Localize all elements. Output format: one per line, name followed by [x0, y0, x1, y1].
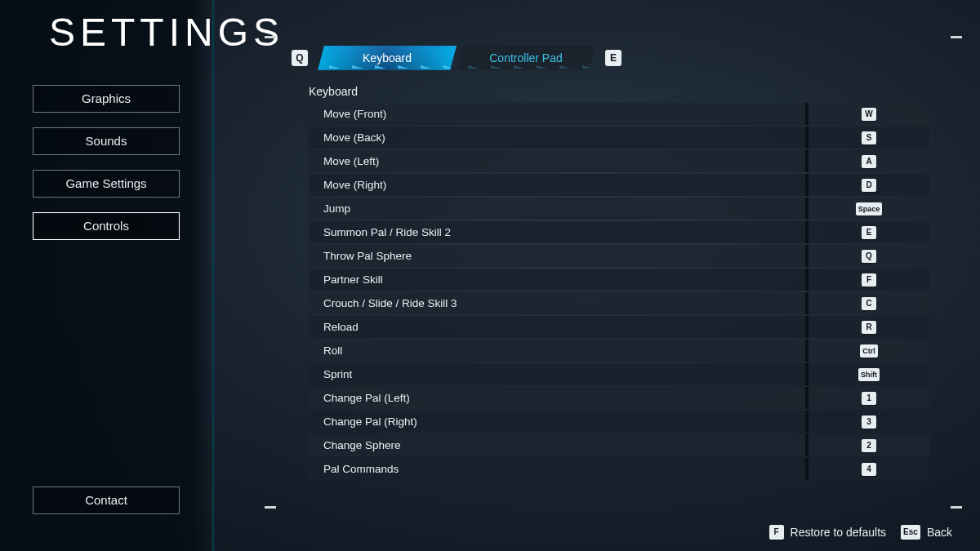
keycap-icon: R [862, 321, 876, 334]
section-title: Keyboard [309, 85, 358, 98]
binding-key-cell[interactable]: F [808, 269, 929, 291]
binding-row[interactable]: Change Pal (Right)3 [309, 411, 929, 433]
binding-row[interactable]: Crouch / Slide / Ride Skill 3C [309, 292, 929, 314]
binding-key-cell[interactable]: C [808, 292, 929, 314]
binding-row[interactable]: Throw Pal SphereQ [309, 245, 929, 267]
sidebar-glow [212, 0, 216, 551]
keycap-icon: S [862, 131, 876, 144]
back-button[interactable]: Esc Back [901, 525, 952, 540]
binding-action-label: Change Pal (Left) [309, 387, 808, 409]
contact-button[interactable]: Contact [33, 487, 180, 514]
sidebar-item-game-settings[interactable]: Game Settings [33, 170, 180, 198]
sidebar-item-controls[interactable]: Controls [33, 212, 180, 240]
keycap-icon: 1 [862, 392, 876, 405]
binding-key-cell[interactable]: S [808, 127, 929, 149]
dash-bottom-left [265, 506, 276, 509]
restore-label: Restore to defaults [791, 526, 887, 539]
sidebar-item-sounds[interactable]: Sounds [33, 127, 180, 155]
binding-row[interactable]: Move (Back)S [309, 127, 929, 149]
binding-key-cell[interactable]: Ctrl [808, 340, 929, 362]
binding-row[interactable]: Change Pal (Left)1 [309, 387, 929, 409]
binding-key-cell[interactable]: W [808, 103, 929, 125]
binding-row[interactable]: Move (Right)D [309, 174, 929, 196]
bindings-list: Move (Front)WMove (Back)SMove (Left)AMov… [309, 103, 929, 482]
back-label: Back [927, 526, 952, 539]
binding-action-label: Change Pal (Right) [309, 411, 808, 433]
binding-key-cell[interactable]: 2 [808, 434, 929, 456]
binding-row[interactable]: Change Sphere2 [309, 434, 929, 456]
binding-key-cell[interactable]: R [808, 316, 929, 338]
keycap-icon: F [862, 273, 876, 287]
binding-key-cell[interactable]: Shift [808, 363, 929, 385]
binding-action-label: Change Sphere [309, 434, 808, 456]
dash-bottom-right [951, 506, 962, 509]
restore-defaults-button[interactable]: F Restore to defaults [769, 525, 887, 540]
binding-action-label: Jump [309, 198, 808, 220]
binding-action-label: Move (Front) [309, 103, 808, 125]
restore-key-icon: F [769, 525, 784, 540]
keycap-icon: Q [862, 250, 876, 263]
binding-action-label: Partner Skill [309, 269, 808, 291]
binding-row[interactable]: Pal Commands4 [309, 458, 929, 480]
binding-key-cell[interactable]: A [808, 150, 929, 172]
binding-row[interactable]: Partner SkillF [309, 269, 929, 291]
keycap-icon: A [862, 155, 876, 168]
binding-action-label: Crouch / Slide / Ride Skill 3 [309, 292, 808, 314]
tabs: Q KeyboardController Pad E [282, 46, 631, 70]
tab-label: Controller Pad [489, 51, 563, 64]
binding-key-cell[interactable]: 1 [808, 387, 929, 409]
binding-action-label: Roll [309, 340, 808, 362]
footer: F Restore to defaults Esc Back [0, 525, 980, 540]
binding-row[interactable]: Move (Left)A [309, 150, 929, 172]
binding-row[interactable]: SprintShift [309, 363, 929, 385]
binding-row[interactable]: Move (Front)W [309, 103, 929, 125]
binding-action-label: Sprint [309, 363, 808, 385]
keycap-icon: D [862, 179, 876, 192]
keycap-icon: W [862, 108, 876, 121]
binding-action-label: Move (Back) [309, 127, 808, 149]
sidebar [0, 0, 214, 551]
keycap-icon: Shift [858, 368, 880, 381]
keycap-icon: Ctrl [860, 344, 878, 358]
binding-row[interactable]: ReloadR [309, 316, 929, 338]
tab-label: Keyboard [363, 51, 412, 64]
keycap-icon: E [862, 226, 876, 239]
page-title: SETTINGS [49, 10, 284, 55]
binding-key-cell[interactable]: 4 [808, 458, 929, 480]
binding-action-label: Summon Pal / Ride Skill 2 [309, 221, 808, 243]
binding-row[interactable]: Summon Pal / Ride Skill 2E [309, 221, 929, 243]
tab-keyboard[interactable]: Keyboard [318, 46, 457, 70]
tab-controller-pad[interactable]: Controller Pad [457, 46, 595, 70]
keycap-icon: 2 [862, 439, 876, 452]
binding-action-label: Move (Right) [309, 174, 808, 196]
binding-action-label: Move (Left) [309, 150, 808, 172]
side-menu: GraphicsSoundsGame SettingsControls [33, 85, 180, 255]
binding-action-label: Throw Pal Sphere [309, 245, 808, 267]
binding-key-cell[interactable]: Space [808, 198, 929, 220]
prev-tab-key-icon: Q [292, 50, 308, 66]
keycap-icon: 4 [862, 463, 876, 476]
sidebar-item-graphics[interactable]: Graphics [33, 85, 180, 113]
binding-action-label: Reload [309, 316, 808, 338]
dash-top-left [265, 36, 276, 38]
keycap-icon: C [862, 297, 876, 310]
back-key-icon: Esc [901, 525, 920, 540]
binding-key-cell[interactable]: Q [808, 245, 929, 267]
binding-row[interactable]: RollCtrl [309, 340, 929, 362]
binding-key-cell[interactable]: 3 [808, 411, 929, 433]
next-tab-key-icon: E [605, 50, 621, 66]
binding-action-label: Pal Commands [309, 458, 808, 480]
keycap-icon: 3 [862, 415, 876, 429]
keycap-icon: Space [856, 202, 883, 216]
dash-top-right [951, 36, 962, 38]
binding-row[interactable]: JumpSpace [309, 198, 929, 220]
binding-key-cell[interactable]: D [808, 174, 929, 196]
binding-key-cell[interactable]: E [808, 221, 929, 243]
